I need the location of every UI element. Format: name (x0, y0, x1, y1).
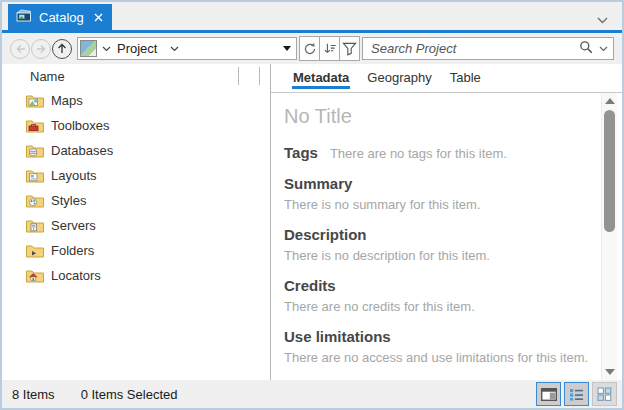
tree-item-styles[interactable]: Styles (2, 188, 270, 213)
tree-item-label: Maps (51, 93, 83, 108)
tree-item-servers[interactable]: Servers (2, 213, 270, 238)
tree-item-locators[interactable]: Locators (2, 263, 270, 288)
thumbnail-chevron-icon[interactable] (102, 46, 111, 52)
metadata-sections: TagsThere are no tags for this item.Summ… (284, 144, 601, 365)
list-view-button[interactable] (564, 382, 589, 406)
thumbnails-view-button[interactable] (592, 382, 617, 406)
location-label: Project (117, 41, 157, 56)
tree-item-toolboxes[interactable]: Toolboxes (2, 113, 270, 138)
metadata-section-heading: Description (284, 226, 601, 243)
metadata-section-heading: Credits (284, 277, 601, 294)
search-options-chevron-icon[interactable] (599, 46, 608, 52)
metadata-body: No Title TagsThere are no tags for this … (271, 93, 622, 380)
metadata-section-heading: Tags (284, 144, 318, 161)
metadata-no-title: No Title (284, 105, 601, 128)
location-chevron-icon[interactable] (170, 46, 179, 52)
tree-item-label: Toolboxes (51, 118, 110, 133)
filter-button[interactable] (339, 36, 360, 61)
tab-metadata[interactable]: Metadata (284, 70, 358, 89)
servers-folder-icon (26, 218, 44, 233)
tab-geography[interactable]: Geography (358, 70, 440, 89)
toolboxes-folder-icon (26, 118, 44, 133)
metadata-section-description: DescriptionThere is no description for t… (284, 226, 601, 263)
scrollbar-thumb[interactable] (604, 110, 615, 232)
metadata-scrollbar[interactable] (601, 93, 617, 380)
styles-folder-icon (26, 193, 44, 208)
tab-label: Catalog (39, 10, 84, 25)
close-icon[interactable] (94, 13, 103, 22)
catalog-toolbar: Project (2, 33, 622, 64)
pane-tab-bar: Catalog (2, 2, 622, 30)
metadata-section-text: There is no summary for this item. (284, 197, 601, 212)
tree-item-label: Locators (51, 268, 101, 283)
tree-item-maps[interactable]: Maps (2, 88, 270, 113)
layouts-folder-icon (26, 168, 44, 183)
details-view-icon (541, 388, 557, 401)
metadata-section-tags: TagsThere are no tags for this item. (284, 144, 601, 161)
back-button[interactable] (10, 39, 30, 59)
refresh-button[interactable] (299, 36, 320, 61)
selected-count: 0 Items Selected (81, 387, 178, 402)
forward-button[interactable] (31, 39, 51, 59)
items-count: 8 Items (12, 387, 55, 402)
metadata-section-text: There are no credits for this item. (284, 299, 601, 314)
catalog-pane: Catalog Project (0, 0, 624, 410)
metadata-section-credits: CreditsThere are no credits for this ite… (284, 277, 601, 314)
metadata-section-text: There are no tags for this item. (330, 146, 507, 161)
tree-item-label: Folders (51, 243, 94, 258)
tab-catalog[interactable]: Catalog (8, 4, 112, 30)
details-panel: MetadataGeographyTable No Title TagsTher… (271, 64, 622, 380)
column-divider[interactable] (238, 67, 239, 85)
tree-item-label: Styles (51, 193, 86, 208)
location-combobox[interactable]: Project (77, 37, 297, 60)
search-box (362, 37, 614, 60)
metadata-section-heading: Summary (284, 175, 601, 192)
tree-panel: Name MapsToolboxesDatabasesLayoutsStyles… (2, 64, 270, 380)
metadata-section-text: There are no access and use limitations … (284, 350, 601, 365)
pane-menu-chevron-icon[interactable] (597, 10, 608, 28)
folders-folder-icon (26, 243, 44, 258)
status-bar: 8 Items 0 Items Selected (2, 380, 622, 408)
maps-folder-icon (26, 93, 44, 108)
scroll-up-icon[interactable] (605, 98, 615, 104)
locators-folder-icon (26, 268, 44, 283)
tree-item-layouts[interactable]: Layouts (2, 163, 270, 188)
search-input[interactable] (371, 41, 579, 56)
metadata-section-use-limitations: Use limitationsThere are no access and u… (284, 328, 601, 365)
tree-item-label: Layouts (51, 168, 97, 183)
catalog-icon (16, 9, 32, 25)
metadata-section-text: There is no description for this item. (284, 248, 601, 263)
tree-item-folders[interactable]: Folders (2, 238, 270, 263)
search-icon[interactable] (579, 40, 593, 58)
tree-item-label: Databases (51, 143, 113, 158)
project-thumbnail-icon (80, 40, 97, 57)
tab-table[interactable]: Table (441, 70, 490, 89)
metadata-section-summary: SummaryThere is no summary for this item… (284, 175, 601, 212)
column-divider[interactable] (259, 67, 260, 85)
name-column-header: Name (30, 69, 65, 84)
tree-item-databases[interactable]: Databases (2, 138, 270, 163)
databases-folder-icon (26, 143, 44, 158)
details-view-button[interactable] (536, 382, 561, 406)
up-button[interactable] (52, 39, 72, 59)
details-tab-strip: MetadataGeographyTable (271, 64, 622, 93)
metadata-content: No Title TagsThere are no tags for this … (271, 93, 601, 380)
thumbnails-view-icon (597, 387, 612, 401)
metadata-section-heading: Use limitations (284, 328, 601, 345)
tree-item-label: Servers (51, 218, 96, 233)
sort-button[interactable] (319, 36, 340, 61)
catalog-content: Name MapsToolboxesDatabasesLayoutsStyles… (2, 64, 622, 380)
scroll-down-icon[interactable] (605, 369, 615, 375)
combobox-dropdown-arrow-icon[interactable] (283, 46, 291, 51)
tree-column-header[interactable]: Name (2, 64, 270, 88)
tree-item-list: MapsToolboxesDatabasesLayoutsStylesServe… (2, 88, 270, 288)
list-view-icon (569, 388, 584, 401)
